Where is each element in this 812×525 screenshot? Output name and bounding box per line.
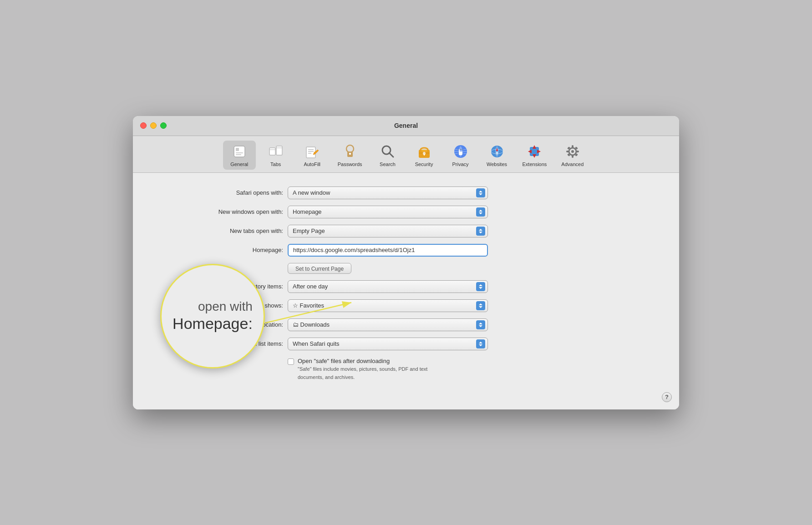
- help-button[interactable]: ?: [662, 392, 672, 402]
- tab-advanced[interactable]: Advanced: [556, 141, 589, 170]
- privacy-icon: [452, 143, 469, 160]
- new-windows-control: Homepage: [288, 206, 661, 218]
- download-location-select[interactable]: 🗂 Downloads: [288, 318, 488, 331]
- advanced-icon: [564, 143, 581, 160]
- search-icon: [380, 143, 396, 160]
- title-bar: General: [133, 116, 679, 136]
- autofill-icon: [304, 143, 320, 160]
- new-tabs-control: Empty Page: [288, 225, 661, 237]
- svg-rect-23: [419, 152, 430, 154]
- security-icon: [416, 143, 432, 160]
- new-tabs-select[interactable]: Empty Page: [288, 225, 488, 237]
- tab-tabs-label: Tabs: [270, 162, 281, 167]
- open-safe-files-checkbox[interactable]: [288, 358, 294, 365]
- tab-websites-label: Websites: [487, 162, 507, 167]
- new-tabs-wrapper: Empty Page: [288, 225, 488, 237]
- set-current-page-button[interactable]: Set to Current Page: [288, 263, 351, 274]
- remove-download-control: When Safari quits: [288, 338, 661, 350]
- tab-tabs[interactable]: Tabs: [259, 141, 292, 170]
- tab-search-label: Search: [380, 162, 396, 167]
- safari-opens-with-wrapper: A new window: [288, 187, 488, 199]
- main-window: General General: [133, 116, 679, 409]
- svg-rect-3: [236, 154, 241, 155]
- svg-point-35: [571, 150, 574, 153]
- svg-rect-5: [276, 146, 282, 155]
- tab-extensions[interactable]: Extensions: [517, 141, 553, 170]
- svg-rect-38: [566, 151, 569, 152]
- homepage-row: Homepage:: [151, 244, 661, 257]
- traffic-lights: [140, 122, 167, 129]
- magnification-text: open with Homepage:: [173, 299, 253, 333]
- safari-opens-with-control: A new window: [288, 187, 661, 199]
- svg-point-12: [346, 145, 354, 152]
- remove-history-control: After one day: [288, 280, 661, 293]
- tab-privacy-label: Privacy: [452, 162, 468, 167]
- close-button[interactable]: [140, 122, 147, 129]
- svg-rect-39: [576, 151, 579, 152]
- favorites-shows-select[interactable]: ☆ Favorites: [288, 299, 488, 312]
- remove-history-select[interactable]: After one day: [288, 280, 488, 293]
- passwords-icon: [342, 143, 358, 160]
- tab-security-label: Security: [415, 162, 433, 167]
- tab-privacy[interactable]: Privacy: [444, 141, 477, 170]
- new-windows-wrapper: Homepage: [288, 206, 488, 218]
- open-safe-files-text-group: Open "safe" files after downloading "Saf…: [298, 358, 452, 381]
- new-windows-row: New windows open with: Homepage: [151, 206, 661, 218]
- homepage-control: [288, 244, 661, 257]
- svg-rect-22: [424, 154, 425, 156]
- svg-rect-2: [236, 152, 243, 153]
- safari-opens-with-row: Safari opens with: A new window: [151, 187, 661, 199]
- magnification-line1: open with: [173, 299, 253, 314]
- extensions-icon: [526, 143, 543, 160]
- tab-passwords-label: Passwords: [338, 162, 362, 167]
- svg-rect-1: [236, 148, 239, 151]
- new-tabs-row: New tabs open with: Empty Page: [151, 225, 661, 237]
- tab-advanced-label: Advanced: [561, 162, 584, 167]
- svg-rect-4: [269, 148, 275, 155]
- svg-rect-20: [421, 150, 427, 151]
- magnification-overlay: open with Homepage:: [160, 264, 265, 369]
- tabs-icon: [268, 143, 284, 160]
- new-windows-label: New windows open with:: [151, 208, 288, 215]
- download-location-wrapper: 🗂 Downloads: [288, 318, 488, 331]
- toolbar: General Tabs: [133, 136, 679, 173]
- favorites-shows-wrapper: ☆ Favorites: [288, 299, 488, 312]
- new-tabs-label: New tabs open with:: [151, 227, 288, 234]
- general-icon: [231, 143, 248, 160]
- content-area: open with Homepage: Safari opens with: A…: [133, 173, 679, 409]
- tab-passwords[interactable]: Passwords: [332, 141, 368, 170]
- tab-autofill[interactable]: AutoFill: [296, 141, 329, 170]
- minimize-button[interactable]: [150, 122, 157, 129]
- tab-general[interactable]: General: [223, 141, 256, 170]
- svg-rect-37: [572, 155, 573, 158]
- download-location-control: 🗂 Downloads: [288, 318, 661, 331]
- tab-security[interactable]: Security: [408, 141, 441, 170]
- maximize-button[interactable]: [160, 122, 167, 129]
- svg-rect-14: [349, 153, 351, 155]
- window-title: General: [394, 122, 418, 129]
- svg-line-16: [389, 153, 393, 157]
- new-windows-select[interactable]: Homepage: [288, 206, 488, 218]
- set-current-control: Set to Current Page: [288, 263, 661, 274]
- remove-download-wrapper: When Safari quits: [288, 338, 488, 350]
- remove-download-select[interactable]: When Safari quits: [288, 338, 488, 350]
- svg-rect-0: [234, 146, 245, 157]
- remove-history-wrapper: After one day: [288, 280, 488, 293]
- tab-autofill-label: AutoFill: [304, 162, 320, 167]
- tab-websites[interactable]: Websites: [481, 141, 513, 170]
- tab-general-label: General: [230, 162, 248, 167]
- homepage-label: Homepage:: [151, 247, 288, 253]
- favorites-shows-control: ☆ Favorites: [288, 299, 661, 312]
- tab-search[interactable]: Search: [371, 141, 404, 170]
- open-safe-files-sub: "Safe" files include movies, pictures, s…: [298, 366, 427, 380]
- websites-icon: [489, 143, 505, 160]
- tab-extensions-label: Extensions: [523, 162, 547, 167]
- open-safe-files-label: Open "safe" files after downloading: [298, 358, 452, 364]
- homepage-input[interactable]: [288, 244, 488, 257]
- safari-opens-with-select[interactable]: A new window: [288, 187, 488, 199]
- svg-rect-36: [572, 145, 573, 148]
- safari-opens-with-label: Safari opens with:: [151, 189, 288, 196]
- magnification-line2: Homepage:: [173, 315, 253, 333]
